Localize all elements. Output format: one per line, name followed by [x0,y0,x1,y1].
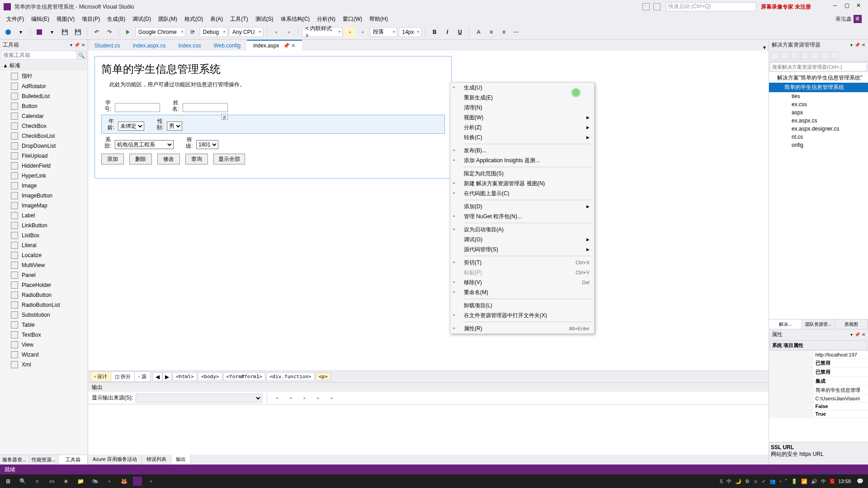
menu-item[interactable]: 文件(F) [3,14,28,24]
solution-root[interactable]: 解决方案"简单的学生信息管理系统" [769,73,868,83]
context-menu-item[interactable]: ▫新建 解决方案资源管理器 视图(N) [450,178,594,188]
context-menu-item[interactable]: ▫移除(V)Del [450,277,594,287]
context-menu-item[interactable]: ▫设为启动项目(A) [450,225,594,235]
right-panel-tab[interactable]: 解决... [769,319,802,329]
context-menu-item[interactable]: 调试(G)▶ [450,235,594,244]
menu-item[interactable]: 项目(P) [78,14,104,24]
firefox-icon[interactable]: 🦊 [118,476,129,487]
app-icon[interactable]: ▫ [104,476,115,487]
edge-icon[interactable]: e [61,476,71,487]
toolbox-tab[interactable]: 性能资源... [29,455,59,465]
config-combo[interactable]: Debug [200,27,227,37]
run-button[interactable] [123,27,133,38]
document-tab[interactable]: Web.config [207,40,247,51]
context-menu-item[interactable]: 视图(W)▶ [450,113,594,122]
add-button[interactable]: 添加 [101,154,124,164]
query-button[interactable]: 查询 [185,154,208,164]
menu-item[interactable]: 分析(N) [313,14,339,24]
collapse-icon[interactable] [801,52,809,60]
student-name-input[interactable] [183,103,228,112]
showall-icon[interactable] [821,52,829,60]
underline-button[interactable]: U [454,27,465,38]
output-tab[interactable]: 错误列表 [142,455,171,465]
toolbox-item[interactable]: Calendar [0,111,88,121]
context-menu-item[interactable]: 卸载项目(L) [450,300,594,310]
prop-value[interactable]: 简单的学生信息管理 [814,386,868,394]
close-icon[interactable]: ✕ [862,42,865,47]
toolbox-list[interactable]: ▲ 标准 指针AdRotatorBulletedListButtonCalend… [0,61,88,455]
tb-toggle-1[interactable]: ▫ [344,27,355,38]
prop-value[interactable]: 已禁用 [814,359,868,367]
toolbox-item[interactable]: Table [0,320,88,330]
menu-item[interactable]: 编辑(E) [28,14,53,24]
back-button[interactable] [3,27,14,38]
output-source-combo[interactable] [136,394,262,403]
fontsize-combo[interactable]: 14px [399,27,421,37]
breadcrumb-item[interactable]: <form#form1> [223,372,265,381]
toolbox-item[interactable]: Localize [0,250,88,260]
solution-file[interactable]: aspx [769,108,868,117]
right-panel-tab[interactable]: 团队资源管... [802,319,835,329]
quick-launch-input[interactable]: 快速启动 (Ctrl+Q) [666,2,756,11]
breadcrumb-item[interactable]: <body> [198,372,222,381]
tabs-dropdown-icon[interactable]: ▾ [760,44,769,51]
toolbox-item[interactable]: ListBox [0,230,88,240]
browser-combo[interactable]: Google Chrome [135,27,185,37]
prop-value[interactable]: 已禁用 [814,368,868,376]
breadcrumb-item[interactable]: <p> [316,372,331,381]
taskbar-clock[interactable]: 13:58 [838,479,851,484]
context-menu-item[interactable]: ▫重命名(M) [450,287,594,297]
solution-file[interactable]: ties [769,92,868,100]
context-menu-item[interactable]: ▫在代码图上显示(C) [450,188,594,198]
output-btn-4[interactable]: ▫ [312,393,323,404]
undo-button[interactable]: ↶ [91,27,102,38]
toolbox-item[interactable]: CheckBox [0,121,88,131]
home-icon[interactable] [771,52,779,60]
save-all-button[interactable]: 💾 [72,27,84,38]
pin-icon[interactable]: 📌 [854,332,860,337]
new-file-button[interactable] [34,27,45,38]
close-tab-icon[interactable]: 📌 ✕ [283,42,296,49]
project-context-menu[interactable]: ▫生成(U)重新生成(E)清理(N)视图(W)▶分析(Z)▶转换(C)▶▫发布(… [450,82,594,334]
close-icon[interactable]: ✕ [862,332,865,337]
context-menu-item[interactable]: ▫属性(R)Alt+Enter [450,324,594,333]
output-tab[interactable]: 输出 [171,455,191,465]
toolbox-item[interactable]: HiddenField [0,161,88,171]
refresh-button[interactable]: ⟳ [187,27,198,38]
search-button[interactable]: 🔍 [17,476,28,487]
breadcrumb-item[interactable]: <div.function> [266,372,315,381]
class-select[interactable]: 1801 [196,140,218,149]
toolbox-search-input[interactable] [1,51,77,60]
context-menu-item[interactable]: ▫添加 Application Insights 遥测... [450,155,594,165]
toolbox-item[interactable]: HyperLink [0,171,88,181]
properties-grid[interactable]: http://localhost:197已禁用已禁用集成简单的学生信息管理C:\… [769,351,868,442]
output-btn-3[interactable]: ▫ [299,393,310,404]
nav-fwd-icon[interactable]: ▶ [162,372,172,381]
context-menu-item[interactable]: 添加(D)▶ [450,202,594,211]
tb-toggle-2[interactable]: ▫ [357,27,368,38]
context-menu-item[interactable]: 清理(N) [450,103,594,113]
solution-file[interactable]: ex.css [769,100,868,108]
toolbox-item[interactable]: View [0,340,88,350]
menu-item[interactable]: 调试(D) [129,14,155,24]
toolbox-item[interactable]: Button [0,101,88,111]
toolbox-item[interactable]: 指针 [0,71,88,81]
output-btn-1[interactable]: ▫ [272,393,283,404]
forward-button[interactable]: ▾ [15,27,26,38]
prop-value[interactable]: http://localhost:197 [814,351,868,358]
toolbox-group-standard[interactable]: ▲ 标准 [0,61,88,71]
output-btn-2[interactable]: ▫ [285,393,296,404]
context-menu-item[interactable]: 转换(C)▶ [450,132,594,142]
context-menu-item[interactable]: 源代码管理(S)▶ [450,244,594,254]
delete-button[interactable]: 删除 [129,154,152,164]
toolbox-item[interactable]: Label [0,211,88,221]
toolbox-item[interactable]: ImageButton [0,191,88,201]
menu-item[interactable]: 帮助(H) [366,14,392,24]
toolbox-item[interactable]: RadioButton [0,290,88,300]
toolbox-tab[interactable]: 服务器资... [0,455,29,465]
project-node[interactable]: 简单的学生信息管理系统 [769,83,868,92]
solution-tree[interactable]: 解决方案"简单的学生信息管理系统" 简单的学生信息管理系统 tiesex.css… [769,72,868,319]
menu-item[interactable]: 工具(T) [226,14,251,24]
context-menu-item[interactable]: 限定为此范围(S) [450,169,594,178]
save-button[interactable]: 💾 [59,27,71,38]
